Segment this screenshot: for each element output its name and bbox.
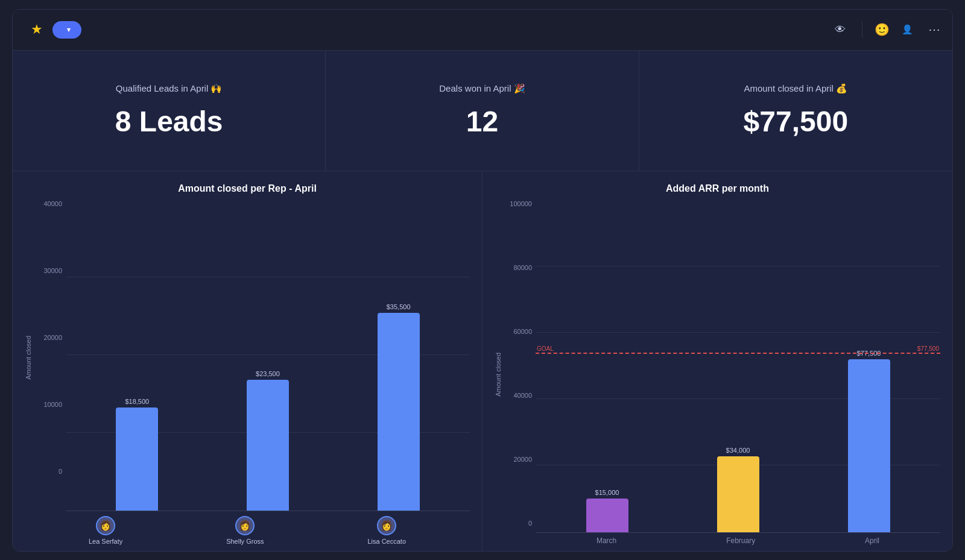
person-row: 👩 Lea Serfaty 👩 Shelly Gross 👩 Lisa Cecc… <box>25 511 470 545</box>
bar-label-1-0: $15,000 <box>595 489 619 496</box>
y-tick: 20000 <box>43 334 62 341</box>
bar-rect-1-0 <box>586 499 628 532</box>
kpi-card-0: Qualified Leads in April 🙌 8 Leads <box>13 51 326 171</box>
preview-button[interactable]: 👁 <box>835 24 850 36</box>
y-tick: 30000 <box>43 267 62 274</box>
more-options-icon[interactable]: ⋯ <box>928 22 940 37</box>
y-tick: 40000 <box>43 200 62 207</box>
y-tick: 20000 <box>513 456 532 463</box>
y-axis-label-1: Amount closed <box>495 348 502 397</box>
kpi-card-2: Amount closed in April 💰 $77,500 <box>639 51 952 171</box>
add-widget-button[interactable]: ▾ <box>52 21 81 39</box>
star-icon[interactable]: ★ <box>31 22 43 37</box>
x-axis: MarchFebruaryApril <box>536 533 940 545</box>
kpi-value-1: 12 <box>466 105 498 138</box>
bar-group-1-0: $15,000 <box>586 489 628 532</box>
avatar-2: 👩 <box>377 516 396 535</box>
header-actions: 👁 🙂 👤 ⋯ <box>835 21 940 38</box>
bar-label-0-2: $35,500 <box>387 303 411 310</box>
bar-label-1-2: $77,500 <box>857 350 881 357</box>
bar-rect-0-0 <box>116 407 158 511</box>
y-tick: 0 <box>59 468 62 475</box>
header-divider <box>862 21 862 38</box>
y-tick: 40000 <box>513 392 532 399</box>
kpi-value-2: $77,500 <box>744 105 849 138</box>
main-content: Qualified Leads in April 🙌 8 Leads Deals… <box>13 51 952 551</box>
kpi-label-2: Amount closed in April 💰 <box>744 83 848 94</box>
eye-icon: 👁 <box>835 24 846 36</box>
y-tick: 60000 <box>513 328 532 335</box>
chevron-down-icon: ▾ <box>67 26 71 34</box>
kpi-label-1: Deals won in April 🎉 <box>439 83 525 94</box>
chart-card-0: Amount closed per Rep - April Amount clo… <box>13 171 482 551</box>
charts-row: Amount closed per Rep - April Amount clo… <box>13 171 952 551</box>
bar-label-0-1: $23,500 <box>256 370 280 377</box>
y-tick: 80000 <box>513 264 532 271</box>
y-axis-label-0: Amount closed <box>25 331 32 380</box>
bar-rect-1-2 <box>848 359 890 532</box>
x-label-1: February <box>726 536 755 545</box>
person-name-2: Lisa Ceccato <box>367 538 406 545</box>
bar-group-0-0: $18,500 <box>116 398 158 511</box>
emoji-icon[interactable]: 🙂 <box>875 22 890 37</box>
y-tick: 100000 <box>510 200 532 207</box>
person-info-1: 👩 Shelly Gross <box>226 516 264 545</box>
person-name-1: Shelly Gross <box>226 538 264 545</box>
chart-title-0: Amount closed per Rep - April <box>25 183 470 194</box>
kpi-value-0: 8 Leads <box>115 105 223 138</box>
user-count[interactable]: 👤 <box>902 24 916 35</box>
bar-label-0-0: $18,500 <box>125 398 149 405</box>
avatar-0: 👩 <box>96 516 115 535</box>
person-icon: 👤 <box>902 24 913 35</box>
app-container: ★ ▾ 👁 🙂 👤 ⋯ Qualified Leads in April 🙌 8… <box>12 9 953 552</box>
chart-card-1: Added ARR per month Amount closed 100000… <box>482 171 952 551</box>
y-tick: 10000 <box>43 401 62 408</box>
kpi-label-0: Qualified Leads in April 🙌 <box>116 83 223 94</box>
kpi-card-1: Deals won in April 🎉 12 <box>326 51 639 171</box>
bar-group-1-1: $34,000 <box>717 447 759 532</box>
bar-group-0-1: $23,500 <box>247 370 289 511</box>
chart-title-1: Added ARR per month <box>495 183 940 194</box>
x-label-2: April <box>865 536 879 545</box>
bar-group-0-2: $35,500 <box>378 303 420 511</box>
person-info-0: 👩 Lea Serfaty <box>89 516 122 545</box>
bar-rect-1-1 <box>717 456 759 532</box>
avatar-1: 👩 <box>235 516 255 535</box>
y-tick: 0 <box>528 520 532 527</box>
bar-rect-0-1 <box>247 380 289 511</box>
bar-rect-0-2 <box>378 313 420 511</box>
person-name-0: Lea Serfaty <box>89 538 122 545</box>
person-info-2: 👩 Lisa Ceccato <box>367 516 406 545</box>
bar-label-1-1: $34,000 <box>726 447 750 454</box>
kpi-row: Qualified Leads in April 🙌 8 Leads Deals… <box>13 51 952 171</box>
bar-group-1-2: $77,500 <box>848 350 890 532</box>
x-label-0: March <box>596 536 616 545</box>
header: ★ ▾ 👁 🙂 👤 ⋯ <box>13 10 952 51</box>
